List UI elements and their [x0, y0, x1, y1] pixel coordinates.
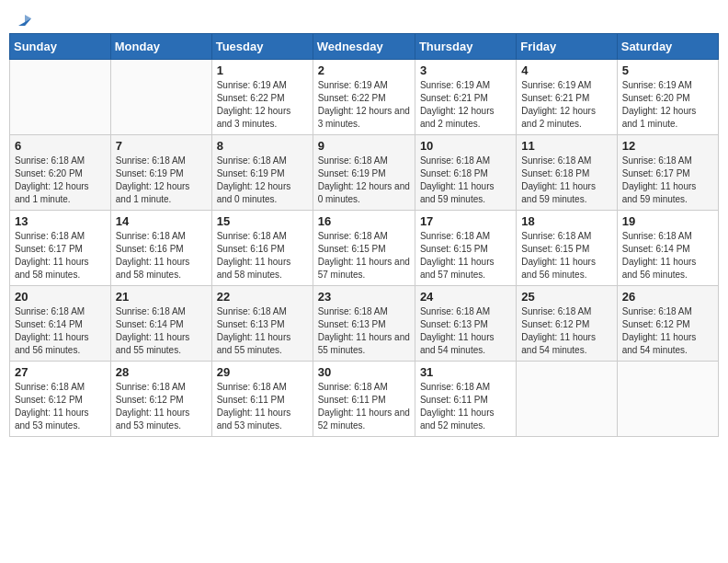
day-number: 11 — [521, 139, 611, 153]
day-info: Sunrise: 6:18 AM Sunset: 6:12 PM Dayligh… — [622, 305, 713, 357]
calendar-cell — [10, 60, 111, 135]
day-info: Sunrise: 6:18 AM Sunset: 6:17 PM Dayligh… — [622, 155, 713, 206]
day-number: 21 — [116, 290, 207, 304]
calendar-cell — [617, 362, 718, 437]
day-info: Sunrise: 6:18 AM Sunset: 6:15 PM Dayligh… — [318, 230, 410, 282]
day-info: Sunrise: 6:18 AM Sunset: 6:15 PM Dayligh… — [420, 230, 511, 282]
calendar-cell: 6Sunrise: 6:18 AM Sunset: 6:20 PM Daylig… — [10, 135, 111, 211]
calendar-cell: 4Sunrise: 6:19 AM Sunset: 6:21 PM Daylig… — [517, 60, 617, 135]
day-number: 25 — [521, 290, 611, 304]
weekday-header-wednesday: Wednesday — [313, 34, 415, 60]
calendar-cell — [110, 60, 211, 135]
calendar-cell: 21Sunrise: 6:18 AM Sunset: 6:14 PM Dayli… — [110, 286, 211, 362]
calendar-cell: 12Sunrise: 6:18 AM Sunset: 6:17 PM Dayli… — [617, 135, 718, 211]
weekday-header-saturday: Saturday — [617, 34, 718, 60]
weekday-header-friday: Friday — [517, 34, 617, 60]
calendar-cell: 9Sunrise: 6:18 AM Sunset: 6:19 PM Daylig… — [313, 135, 415, 211]
day-info: Sunrise: 6:19 AM Sunset: 6:22 PM Dayligh… — [217, 79, 308, 131]
calendar-cell: 23Sunrise: 6:18 AM Sunset: 6:13 PM Dayli… — [313, 286, 415, 362]
day-info: Sunrise: 6:18 AM Sunset: 6:14 PM Dayligh… — [116, 305, 207, 357]
calendar-cell: 14Sunrise: 6:18 AM Sunset: 6:16 PM Dayli… — [110, 211, 211, 286]
day-number: 18 — [521, 214, 611, 228]
day-info: Sunrise: 6:18 AM Sunset: 6:18 PM Dayligh… — [420, 155, 511, 206]
day-number: 27 — [15, 365, 106, 379]
day-info: Sunrise: 6:18 AM Sunset: 6:12 PM Dayligh… — [521, 305, 611, 357]
day-info: Sunrise: 6:18 AM Sunset: 6:14 PM Dayligh… — [15, 305, 106, 357]
day-info: Sunrise: 6:18 AM Sunset: 6:13 PM Dayligh… — [217, 305, 308, 357]
day-info: Sunrise: 6:18 AM Sunset: 6:11 PM Dayligh… — [217, 381, 308, 432]
day-number: 1 — [217, 63, 308, 77]
calendar-cell: 1Sunrise: 6:19 AM Sunset: 6:22 PM Daylig… — [211, 60, 313, 135]
day-number: 23 — [318, 290, 410, 304]
day-number: 24 — [420, 290, 511, 304]
logo — [13, 9, 35, 26]
day-number: 4 — [521, 63, 611, 77]
calendar-cell: 16Sunrise: 6:18 AM Sunset: 6:15 PM Dayli… — [313, 211, 415, 286]
day-info: Sunrise: 6:18 AM Sunset: 6:13 PM Dayligh… — [420, 305, 511, 357]
day-info: Sunrise: 6:19 AM Sunset: 6:20 PM Dayligh… — [622, 79, 713, 131]
day-number: 30 — [318, 365, 410, 379]
calendar-cell: 26Sunrise: 6:18 AM Sunset: 6:12 PM Dayli… — [617, 286, 718, 362]
day-info: Sunrise: 6:19 AM Sunset: 6:22 PM Dayligh… — [318, 79, 410, 131]
calendar-week-row: 27Sunrise: 6:18 AM Sunset: 6:12 PM Dayli… — [10, 362, 719, 437]
day-number: 10 — [420, 139, 511, 153]
calendar-table: SundayMondayTuesdayWednesdayThursdayFrid… — [9, 33, 719, 437]
calendar-cell: 18Sunrise: 6:18 AM Sunset: 6:15 PM Dayli… — [517, 211, 617, 286]
day-number: 19 — [622, 214, 713, 228]
day-info: Sunrise: 6:18 AM Sunset: 6:19 PM Dayligh… — [217, 155, 308, 206]
day-info: Sunrise: 6:18 AM Sunset: 6:12 PM Dayligh… — [116, 381, 207, 432]
calendar-cell: 10Sunrise: 6:18 AM Sunset: 6:18 PM Dayli… — [415, 135, 516, 211]
calendar-header-row: SundayMondayTuesdayWednesdayThursdayFrid… — [10, 34, 719, 60]
calendar-cell: 24Sunrise: 6:18 AM Sunset: 6:13 PM Dayli… — [415, 286, 516, 362]
day-number: 3 — [420, 63, 511, 77]
day-number: 9 — [318, 139, 410, 153]
calendar-cell: 25Sunrise: 6:18 AM Sunset: 6:12 PM Dayli… — [517, 286, 617, 362]
day-number: 7 — [116, 139, 207, 153]
calendar-cell: 17Sunrise: 6:18 AM Sunset: 6:15 PM Dayli… — [415, 211, 516, 286]
day-number: 17 — [420, 214, 511, 228]
day-number: 5 — [622, 63, 713, 77]
calendar-week-row: 6Sunrise: 6:18 AM Sunset: 6:20 PM Daylig… — [10, 135, 719, 211]
day-number: 13 — [15, 214, 106, 228]
day-info: Sunrise: 6:18 AM Sunset: 6:18 PM Dayligh… — [521, 155, 611, 206]
weekday-header-tuesday: Tuesday — [211, 34, 313, 60]
day-info: Sunrise: 6:18 AM Sunset: 6:19 PM Dayligh… — [116, 155, 207, 206]
day-info: Sunrise: 6:18 AM Sunset: 6:13 PM Dayligh… — [318, 305, 410, 357]
weekday-header-thursday: Thursday — [415, 34, 516, 60]
calendar-cell: 5Sunrise: 6:19 AM Sunset: 6:20 PM Daylig… — [617, 60, 718, 135]
day-info: Sunrise: 6:18 AM Sunset: 6:12 PM Dayligh… — [15, 381, 106, 432]
day-number: 16 — [318, 214, 410, 228]
day-info: Sunrise: 6:19 AM Sunset: 6:21 PM Dayligh… — [521, 79, 611, 131]
calendar-week-row: 13Sunrise: 6:18 AM Sunset: 6:17 PM Dayli… — [10, 211, 719, 286]
calendar-cell: 30Sunrise: 6:18 AM Sunset: 6:11 PM Dayli… — [313, 362, 415, 437]
calendar-cell: 31Sunrise: 6:18 AM Sunset: 6:11 PM Dayli… — [415, 362, 516, 437]
weekday-header-monday: Monday — [110, 34, 211, 60]
calendar-cell: 3Sunrise: 6:19 AM Sunset: 6:21 PM Daylig… — [415, 60, 516, 135]
weekday-header-sunday: Sunday — [10, 34, 111, 60]
day-number: 8 — [217, 139, 308, 153]
day-number: 2 — [318, 63, 410, 77]
day-info: Sunrise: 6:18 AM Sunset: 6:16 PM Dayligh… — [217, 230, 308, 282]
calendar-cell: 8Sunrise: 6:18 AM Sunset: 6:19 PM Daylig… — [211, 135, 313, 211]
day-info: Sunrise: 6:18 AM Sunset: 6:11 PM Dayligh… — [420, 381, 511, 432]
page-header — [9, 9, 719, 26]
day-number: 14 — [116, 214, 207, 228]
day-number: 15 — [217, 214, 308, 228]
calendar-cell — [517, 362, 617, 437]
day-info: Sunrise: 6:18 AM Sunset: 6:16 PM Dayligh… — [116, 230, 207, 282]
day-info: Sunrise: 6:18 AM Sunset: 6:19 PM Dayligh… — [318, 155, 410, 206]
calendar-week-row: 1Sunrise: 6:19 AM Sunset: 6:22 PM Daylig… — [10, 60, 719, 135]
day-info: Sunrise: 6:18 AM Sunset: 6:20 PM Dayligh… — [15, 155, 106, 206]
calendar-cell: 19Sunrise: 6:18 AM Sunset: 6:14 PM Dayli… — [617, 211, 718, 286]
day-number: 26 — [622, 290, 713, 304]
calendar-cell: 27Sunrise: 6:18 AM Sunset: 6:12 PM Dayli… — [10, 362, 111, 437]
day-number: 28 — [116, 365, 207, 379]
day-info: Sunrise: 6:18 AM Sunset: 6:15 PM Dayligh… — [521, 230, 611, 282]
day-number: 22 — [217, 290, 308, 304]
day-number: 29 — [217, 365, 308, 379]
calendar-cell: 11Sunrise: 6:18 AM Sunset: 6:18 PM Dayli… — [517, 135, 617, 211]
day-number: 20 — [15, 290, 106, 304]
day-number: 31 — [420, 365, 511, 379]
day-info: Sunrise: 6:19 AM Sunset: 6:21 PM Dayligh… — [420, 79, 511, 131]
calendar-cell: 20Sunrise: 6:18 AM Sunset: 6:14 PM Dayli… — [10, 286, 111, 362]
